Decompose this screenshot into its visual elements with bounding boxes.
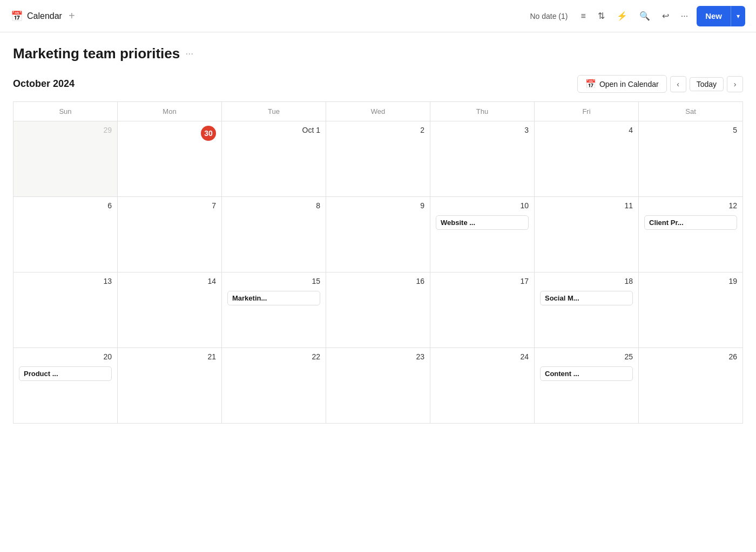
calendar-cell-0-0: 29: [14, 121, 118, 197]
day-number-2-6: 19: [728, 277, 737, 285]
lightning-button[interactable]: ⚡: [613, 8, 631, 24]
add-view-button[interactable]: +: [66, 8, 77, 24]
day-number-wrap-0-6: 5: [644, 126, 737, 138]
weekday-mon: Mon: [118, 102, 222, 121]
sort-button[interactable]: ⇅: [595, 8, 608, 24]
topbar-left: 📅 Calendar +: [11, 8, 519, 24]
day-number-wrap-3-0: 20: [19, 352, 112, 364]
calendar-cell-2-3: 16: [326, 272, 430, 348]
day-number-1-6: 12: [728, 201, 737, 210]
new-button[interactable]: New: [697, 6, 731, 26]
calendar-row-1: 678910Website ...1112Client Pr...: [14, 197, 743, 272]
event-chip-3-0-0[interactable]: Product ...: [19, 366, 112, 381]
day-number-2-5: 18: [624, 277, 633, 285]
no-date-button[interactable]: No date (1): [525, 10, 572, 23]
today-button[interactable]: Today: [690, 77, 724, 91]
calendar-cell-3-0: 20Product ...: [14, 348, 118, 424]
weekday-sun: Sun: [14, 102, 118, 121]
weekday-sat: Sat: [639, 102, 743, 121]
day-number-wrap-2-0: 13: [19, 277, 112, 289]
day-number-wrap-1-6: 12: [644, 201, 737, 213]
day-number-3-0: 20: [103, 352, 112, 361]
weekday-header-row: SunMonTueWedThuFriSat: [14, 102, 743, 121]
weekday-fri: Fri: [535, 102, 639, 121]
calendar-cell-1-5: 11: [535, 197, 639, 272]
day-number-wrap-1-1: 7: [123, 201, 216, 213]
day-number-wrap-3-2: 22: [227, 352, 320, 364]
day-number-0-6: 5: [733, 126, 737, 134]
event-chip-2-2-0[interactable]: Marketin...: [227, 291, 320, 305]
link-button[interactable]: ↩: [659, 8, 672, 24]
calendar-cell-1-1: 7: [118, 197, 222, 272]
calendar-cell-3-4: 24: [430, 348, 535, 424]
event-chip-1-4-0[interactable]: Website ...: [436, 215, 529, 230]
day-number-wrap-2-1: 14: [123, 277, 216, 289]
more-button[interactable]: ···: [678, 8, 691, 24]
page-title-row: Marketing team priorities ···: [13, 45, 743, 62]
day-number-wrap-3-4: 24: [436, 352, 529, 364]
calendar-cell-3-6: 26: [639, 348, 743, 424]
calendar-cell-2-6: 19: [639, 272, 743, 348]
day-number-wrap-0-4: 3: [436, 126, 529, 138]
calendar-cell-0-3: 2: [326, 121, 430, 197]
calendar-body: 2930Oct 12345678910Website ...1112Client…: [14, 121, 743, 424]
weekday-wed: Wed: [326, 102, 430, 121]
new-button-caret[interactable]: ▾: [731, 6, 745, 26]
calendar-nav: 📅 Open in Calendar ‹ Today ›: [577, 75, 743, 93]
calendar-cell-0-5: 4: [535, 121, 639, 197]
day-number-wrap-0-5: 4: [540, 126, 633, 138]
day-number-1-5: 11: [624, 201, 633, 210]
day-number-wrap-1-4: 10: [436, 201, 529, 213]
day-number-1-1: 7: [212, 201, 216, 210]
weekday-tue: Tue: [222, 102, 326, 121]
day-number-1-2: 8: [316, 201, 320, 210]
day-number-wrap-2-5: 18: [540, 277, 633, 289]
prev-month-button[interactable]: ‹: [670, 76, 686, 92]
day-number-2-1: 14: [207, 277, 216, 285]
day-number-3-5: 25: [624, 352, 633, 361]
day-number-0-1: 30: [201, 126, 216, 141]
day-number-wrap-3-5: 25: [540, 352, 633, 364]
calendar-row-2: 131415Marketin...161718Social M...19: [14, 272, 743, 348]
event-chip-3-5-0[interactable]: Content ...: [540, 366, 633, 381]
topbar-title: Calendar: [27, 11, 62, 21]
calendar-app-icon: 📅: [11, 10, 23, 22]
event-chip-2-5-0[interactable]: Social M...: [540, 291, 633, 305]
day-number-wrap-3-1: 21: [123, 352, 216, 364]
day-number-wrap-1-2: 8: [227, 201, 320, 213]
calendar-cell-1-2: 8: [222, 197, 326, 272]
open-in-calendar-button[interactable]: 📅 Open in Calendar: [577, 75, 667, 93]
day-number-wrap-3-6: 26: [644, 352, 737, 364]
search-button[interactable]: 🔍: [636, 8, 653, 24]
event-chip-1-6-0[interactable]: Client Pr...: [644, 215, 737, 230]
page-title: Marketing team priorities: [13, 45, 180, 62]
day-number-2-0: 13: [103, 277, 112, 285]
weekday-thu: Thu: [430, 102, 535, 121]
day-number-0-2: Oct 1: [302, 126, 320, 134]
topbar: 📅 Calendar + No date (1) ≡ ⇅ ⚡ 🔍 ↩ ··· N…: [0, 0, 756, 32]
filter-button[interactable]: ≡: [577, 8, 589, 24]
calendar-cell-3-2: 22: [222, 348, 326, 424]
calendar-grid: SunMonTueWedThuFriSat 2930Oct 1234567891…: [13, 101, 743, 424]
next-month-button[interactable]: ›: [727, 76, 743, 92]
calendar-row-3: 20Product ...2122232425Content ...26: [14, 348, 743, 424]
topbar-right: No date (1) ≡ ⇅ ⚡ 🔍 ↩ ··· New ▾: [525, 6, 745, 26]
day-number-wrap-2-2: 15: [227, 277, 320, 289]
day-number-wrap-1-5: 11: [540, 201, 633, 213]
calendar-cell-2-1: 14: [118, 272, 222, 348]
day-number-wrap-2-6: 19: [644, 277, 737, 289]
day-number-wrap-0-2: Oct 1: [227, 126, 320, 138]
calendar-cell-2-4: 17: [430, 272, 535, 348]
day-number-3-1: 21: [207, 352, 216, 361]
calendar-cell-1-0: 6: [14, 197, 118, 272]
calendar-cell-0-4: 3: [430, 121, 535, 197]
day-number-wrap-2-3: 16: [332, 277, 424, 289]
day-number-wrap-2-4: 17: [436, 277, 529, 289]
day-number-0-4: 3: [524, 126, 529, 134]
page-title-more[interactable]: ···: [185, 48, 193, 59]
day-number-2-4: 17: [520, 277, 529, 285]
day-number-wrap-1-0: 6: [19, 201, 112, 213]
day-number-3-4: 24: [520, 352, 529, 361]
calendar-cell-1-4: 10Website ...: [430, 197, 535, 272]
calendar-cell-2-2: 15Marketin...: [222, 272, 326, 348]
